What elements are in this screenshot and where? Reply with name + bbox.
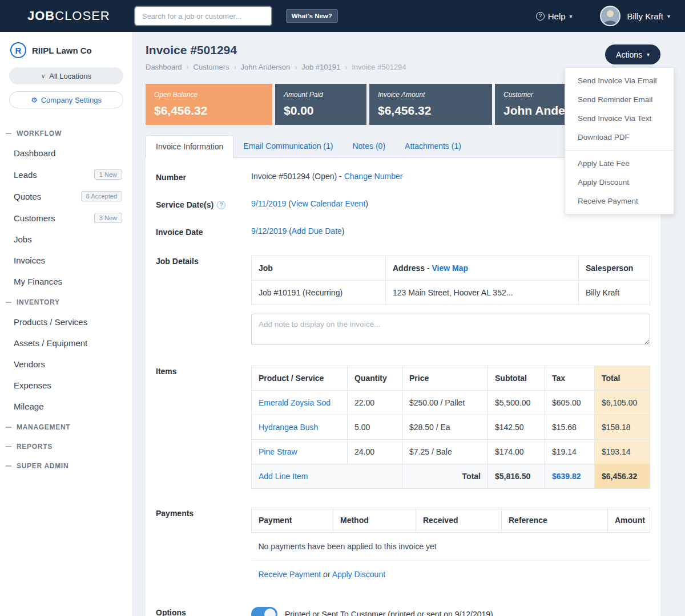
job-details-label: Job Details: [156, 256, 251, 347]
actions-label: Actions: [616, 50, 642, 59]
sidebar-section-inventory[interactable]: INVENTORY: [0, 292, 132, 311]
breadcrumb-customers[interactable]: Customers: [194, 63, 229, 71]
global-search-input[interactable]: [135, 7, 271, 25]
view-calendar-event-link[interactable]: View Calendar Event: [291, 199, 365, 208]
sidebar-item-expenses[interactable]: Expenses: [0, 375, 132, 396]
nav-item-label: Assets / Equipment: [14, 338, 87, 348]
invoice-note-input[interactable]: [251, 314, 650, 345]
question-circle-icon[interactable]: ?: [217, 201, 225, 209]
tab-attachments[interactable]: Attachments (1): [395, 135, 471, 157]
payments-empty-row: No payments have been applied to this in…: [252, 533, 650, 561]
sidebar-item-customers[interactable]: Customers 3 New: [0, 207, 132, 229]
breadcrumb-dashboard[interactable]: Dashboard: [146, 63, 182, 71]
menu-divider: [565, 150, 674, 151]
printed-sent-toggle[interactable]: [251, 607, 277, 616]
tax-total-link[interactable]: $639.82: [545, 464, 595, 489]
avatar[interactable]: [600, 6, 620, 26]
quantity-cell: 24.00: [348, 440, 402, 464]
salesperson-header: Salesperson: [579, 256, 650, 281]
service-date-link[interactable]: 9/11/2019: [251, 199, 286, 208]
stat-open-balance: Open Balance $6,456.32: [146, 84, 272, 125]
sidebar-item-dashboard[interactable]: Dashboard: [0, 143, 132, 164]
sidebar-section-reports[interactable]: REPORTS: [0, 436, 132, 456]
sidebar: R RIIPL Lawn Co ∨ All Locations ⚙ Compan…: [0, 32, 133, 616]
quantity-cell: 5.00: [348, 415, 402, 440]
total-cell: $158.18: [595, 415, 650, 440]
menu-item-apply-late-fee[interactable]: Apply Late Fee: [565, 154, 674, 173]
address-cell: 123 Main Street, Hoover AL 352...: [386, 281, 579, 305]
sidebar-section-workflow[interactable]: WORKFLOW: [0, 123, 132, 143]
job-details-row: Job #10191 (Recurring) 123 Main Street, …: [252, 281, 650, 305]
tab-email-communication[interactable]: Email Communication (1): [233, 135, 342, 157]
stat-value: $6,456.32: [154, 104, 264, 117]
options-label: Options: [156, 607, 251, 616]
product-link[interactable]: Hydrangea Bush: [259, 423, 318, 432]
sidebar-section-management[interactable]: MANAGEMENT: [0, 417, 132, 436]
nav-item-label: Customers: [14, 213, 55, 223]
total-label: Total: [402, 464, 488, 489]
sidebar-item-vendors[interactable]: Vendors: [0, 354, 132, 375]
menu-item-receive-payment[interactable]: Receive Payment: [565, 192, 674, 210]
sidebar-item-leads[interactable]: Leads 1 New: [0, 164, 132, 185]
dash-icon: [6, 446, 11, 447]
sidebar-item-my-finances[interactable]: My Finances: [0, 271, 132, 292]
subtotal-cell: $142.50: [488, 415, 545, 440]
company-settings-button[interactable]: ⚙ Company Settings: [9, 91, 123, 108]
actions-button[interactable]: Actions ▾: [605, 44, 660, 64]
invoice-date-link[interactable]: 9/12/2019: [251, 226, 287, 236]
stat-label: Open Balance: [154, 91, 264, 99]
payments-table: Payment Method Received Reference Amount…: [251, 508, 650, 588]
app-logo[interactable]: JOBCLOSER: [27, 9, 110, 23]
chevron-down-icon: ▾: [570, 13, 573, 19]
nav-badge: 1 New: [94, 169, 122, 180]
sidebar-item-quotes[interactable]: Quotes 8 Accepted: [0, 185, 132, 207]
sidebar-item-mileage[interactable]: Mileage: [0, 396, 132, 417]
sidebar-item-invoices[interactable]: Invoices: [0, 250, 132, 271]
view-map-link[interactable]: View Map: [432, 264, 468, 273]
breadcrumb-customer-name[interactable]: John Anderson: [240, 63, 290, 71]
company-name: RIIPL Lawn Co: [32, 46, 92, 55]
tab-notes[interactable]: Notes (0): [342, 135, 395, 157]
quantity-cell: 22.00: [348, 391, 402, 415]
menu-item-send-invoice-email[interactable]: Send Invoice Via Email: [565, 71, 674, 90]
payments-label: Payments: [156, 508, 251, 588]
sidebar-item-assets-equipment[interactable]: Assets / Equipment: [0, 333, 132, 354]
user-menu[interactable]: Billy Kraft ▾: [627, 11, 670, 21]
price-cell: $28.50 / Ea: [402, 415, 488, 440]
menu-item-download-pdf[interactable]: Download PDF: [565, 128, 674, 147]
all-locations-dropdown[interactable]: ∨ All Locations: [9, 67, 123, 84]
col-method: Method: [333, 508, 416, 533]
total-cell: $6,105.00: [595, 391, 650, 415]
add-line-item-link[interactable]: Add Line Item: [259, 472, 308, 481]
sidebar-item-products-services[interactable]: Products / Services: [0, 311, 132, 333]
help-label: Help: [548, 11, 566, 21]
col-product-service: Product / Service: [252, 366, 348, 391]
nav-badge: 3 New: [94, 213, 122, 223]
col-received: Received: [416, 508, 502, 533]
help-menu[interactable]: ? Help ▾: [536, 11, 573, 21]
sidebar-item-jobs[interactable]: Jobs: [0, 229, 132, 250]
menu-item-send-invoice-text[interactable]: Send Invoice Via Text: [565, 109, 674, 128]
breadcrumb-separator: ›: [187, 63, 189, 71]
menu-item-send-reminder-email[interactable]: Send Reminder Email: [565, 90, 674, 109]
help-icon: ?: [536, 12, 545, 21]
product-link[interactable]: Pine Straw: [259, 447, 297, 456]
apply-discount-link[interactable]: Apply Discount: [332, 570, 385, 579]
breadcrumb: Dashboard › Customers › John Anderson › …: [146, 63, 406, 71]
invoice-information-panel: Number Invoice #501294 (Open) - Change N…: [146, 158, 660, 616]
chevron-down-icon: ∨: [41, 73, 45, 79]
menu-item-apply-discount[interactable]: Apply Discount: [565, 173, 674, 192]
nav-item-label: Mileage: [14, 402, 44, 411]
payments-empty-text: No payments have been applied to this in…: [252, 533, 650, 561]
nav-item-label: Quotes: [14, 192, 41, 201]
sidebar-section-super-admin[interactable]: SUPER ADMIN: [0, 456, 132, 475]
product-link[interactable]: Emerald Zoysia Sod: [259, 398, 331, 407]
section-label: INVENTORY: [17, 298, 60, 306]
page-title: Invoice #501294: [146, 43, 406, 57]
breadcrumb-job[interactable]: Job #10191: [301, 63, 340, 71]
tab-invoice-information[interactable]: Invoice Information: [146, 135, 233, 158]
whats-new-button[interactable]: What's New?: [286, 9, 338, 23]
add-due-date-link[interactable]: Add Due Date: [292, 226, 342, 236]
change-number-link[interactable]: Change Number: [344, 172, 403, 181]
receive-payment-link[interactable]: Receive Payment: [259, 570, 321, 579]
